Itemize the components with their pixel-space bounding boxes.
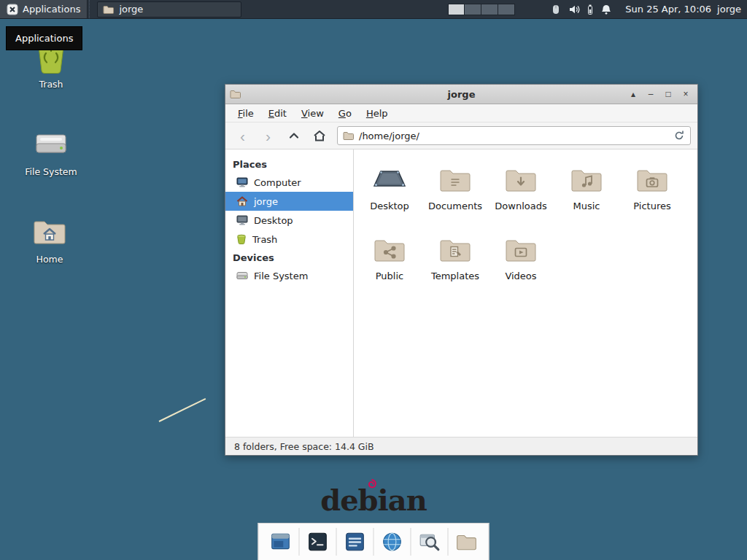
home-button[interactable]	[307, 125, 331, 146]
back-button[interactable]: ‹	[231, 125, 255, 146]
applications-menu-button[interactable]: Applications	[0, 0, 88, 18]
file-label: Public	[357, 271, 422, 281]
shade-button[interactable]: ▴	[626, 87, 640, 101]
panel-username[interactable]: jorge	[717, 4, 741, 15]
file-tile-music[interactable]: Music	[554, 159, 619, 229]
folder-public-icon	[373, 236, 406, 262]
applications-menu-label: Applications	[23, 4, 80, 15]
dock-separator	[336, 528, 337, 556]
top-panel: Applications jorge	[0, 0, 747, 19]
forward-button[interactable]: ›	[256, 125, 280, 146]
location-bar[interactable]: /home/jorge/	[337, 126, 691, 145]
menubar: File Edit View Go Help	[225, 104, 697, 122]
sidebar: Places Computer	[225, 149, 354, 437]
file-manager-launcher[interactable]	[339, 526, 371, 558]
folder-launcher[interactable]	[451, 526, 483, 558]
folder-videos-icon	[504, 236, 538, 262]
folder-icon	[103, 5, 114, 14]
file-tile-desktop[interactable]: Desktop	[357, 159, 422, 229]
panel-handle	[89, 0, 94, 18]
up-button[interactable]	[282, 125, 306, 146]
folder-icon	[456, 531, 478, 553]
close-button[interactable]: ×	[678, 87, 693, 101]
web-browser-launcher[interactable]	[376, 526, 409, 558]
file-tile-videos[interactable]: Videos	[488, 229, 554, 299]
sidebar-item-label: Trash	[252, 234, 277, 245]
menu-file[interactable]: File	[231, 106, 260, 121]
panel-clock[interactable]: Sun 25 Apr, 10:06	[625, 4, 711, 15]
dock-separator	[448, 528, 449, 556]
debian-wordmark: debian	[320, 483, 427, 517]
file-label: Music	[554, 201, 619, 211]
file-tile-public[interactable]: Public	[357, 229, 422, 299]
sidebar-places-header: Places	[225, 155, 353, 173]
file-tile-pictures[interactable]: Pictures	[619, 159, 685, 229]
window-titlebar[interactable]: jorge ▴ – □ ×	[225, 85, 697, 104]
taskbar-window-button[interactable]: jorge	[97, 1, 241, 18]
desktop-icon-label: File System	[16, 166, 86, 177]
file-label: Pictures	[619, 201, 685, 211]
computer-icon	[236, 177, 248, 188]
user-desktop-icon	[371, 165, 408, 194]
desktop-artifact-line	[159, 398, 206, 422]
reload-icon[interactable]	[673, 130, 685, 141]
app-finder-launcher[interactable]	[414, 526, 446, 558]
menu-view[interactable]: View	[295, 106, 330, 121]
up-icon	[288, 130, 300, 141]
home-icon	[236, 196, 248, 206]
sidebar-item-jorge[interactable]: jorge	[225, 192, 353, 211]
sidebar-item-filesystem[interactable]: File System	[225, 266, 353, 285]
minimize-button[interactable]: –	[643, 87, 658, 101]
debian-logo: debian	[320, 483, 427, 517]
applications-menu-icon	[7, 4, 18, 15]
desktop-icon-filesystem[interactable]: File System	[16, 125, 86, 177]
system-tray	[550, 4, 612, 15]
taskbar-window-label: jorge	[119, 4, 143, 15]
folder-documents-icon	[438, 166, 472, 192]
drive-icon	[34, 130, 69, 159]
status-text: 8 folders, Free space: 14.4 GiB	[234, 441, 374, 452]
mouse-settings-icon[interactable]	[550, 4, 562, 15]
show-desktop-launcher[interactable]	[265, 526, 297, 558]
window-body: Places Computer	[225, 149, 697, 437]
menu-help[interactable]: Help	[360, 106, 395, 121]
workspace-1[interactable]	[448, 4, 465, 15]
file-tile-documents[interactable]: Documents	[422, 159, 488, 229]
folder-pictures-icon	[635, 166, 669, 192]
home-folder-icon	[32, 217, 67, 246]
file-tile-downloads[interactable]: Downloads	[488, 159, 554, 229]
menu-go[interactable]: Go	[332, 106, 358, 121]
notification-bell-icon[interactable]	[600, 4, 612, 15]
workspace-2[interactable]	[465, 4, 481, 15]
file-tile-templates[interactable]: Templates	[422, 229, 488, 299]
power-manager-icon[interactable]	[587, 4, 594, 15]
home-icon	[313, 130, 326, 141]
menu-edit[interactable]: Edit	[262, 106, 293, 121]
file-label: Templates	[422, 271, 488, 281]
terminal-launcher[interactable]	[302, 526, 334, 558]
workspace-4[interactable]	[498, 4, 515, 15]
desktop-icon-home[interactable]: Home	[15, 213, 85, 265]
sidebar-item-desktop[interactable]: Desktop	[225, 211, 353, 230]
file-manager-window: jorge ▴ – □ × File Edit View Go Help ‹ ›	[225, 84, 698, 456]
location-path[interactable]: /home/jorge/	[359, 131, 668, 141]
sidebar-item-label: jorge	[254, 196, 278, 207]
sidebar-item-label: Computer	[254, 177, 301, 188]
files-area: Desktop Documents	[354, 149, 697, 437]
sidebar-item-trash[interactable]: Trash	[225, 230, 353, 249]
file-label: Documents	[422, 201, 488, 211]
sidebar-item-computer[interactable]: Computer	[225, 173, 353, 192]
show-desktop-icon	[270, 531, 292, 553]
volume-icon[interactable]	[568, 4, 580, 15]
desktop-icon-label: Home	[15, 254, 85, 265]
file-manager-icon	[344, 531, 366, 553]
sidebar-item-label: File System	[254, 271, 308, 281]
statusbar: 8 folders, Free space: 14.4 GiB	[225, 437, 697, 455]
app-finder-icon	[419, 531, 441, 553]
folder-music-icon	[570, 166, 603, 192]
location-folder-icon	[343, 131, 354, 140]
sidebar-item-label: Desktop	[254, 215, 293, 226]
maximize-button[interactable]: □	[661, 87, 676, 101]
debian-swirl-icon	[366, 479, 377, 489]
workspace-3[interactable]	[481, 4, 498, 15]
